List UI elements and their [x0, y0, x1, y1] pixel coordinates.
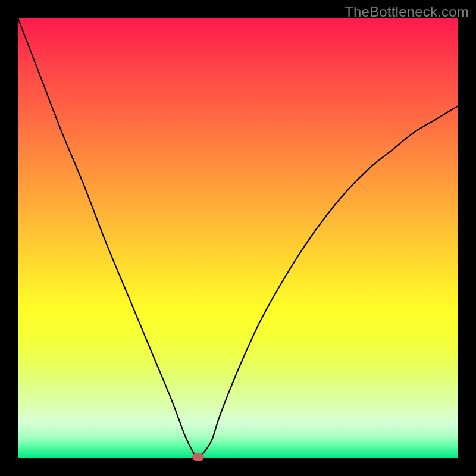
plot-area: [18, 18, 458, 458]
chart-frame: TheBottleneck.com: [0, 0, 476, 476]
bottleneck-curve: [18, 18, 458, 458]
curve-path: [18, 18, 458, 458]
minimum-marker: [192, 453, 204, 461]
watermark-text: TheBottleneck.com: [345, 4, 469, 20]
